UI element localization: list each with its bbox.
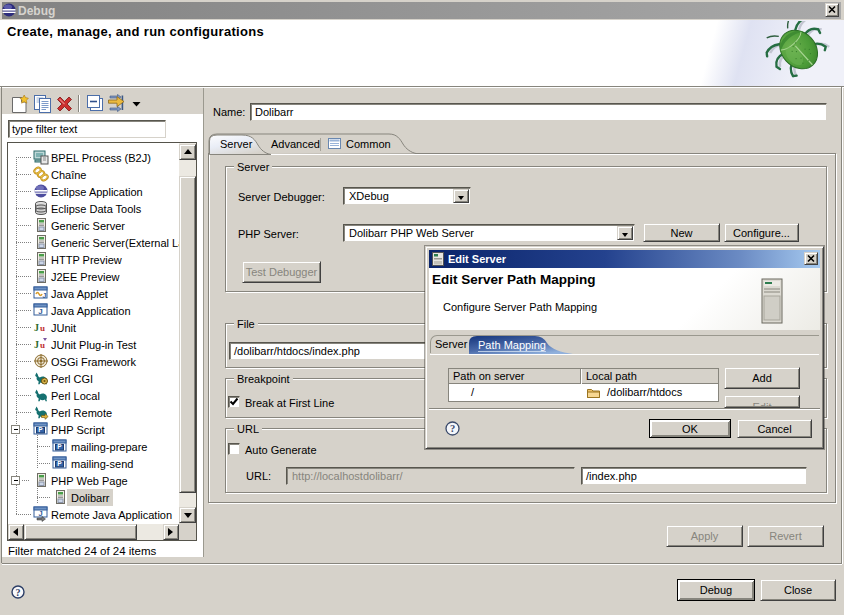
svg-text:P: P (57, 443, 62, 450)
svg-text:Advanced: Advanced (271, 138, 320, 150)
svg-text:J: J (43, 292, 47, 299)
svg-text:?: ? (450, 423, 455, 434)
svg-text:u: u (40, 340, 45, 350)
svg-text:?: ? (16, 587, 21, 598)
svg-text:Server: Server (220, 138, 253, 150)
svg-text:Path Mapping: Path Mapping (478, 339, 546, 351)
svg-text:u: u (40, 323, 45, 333)
svg-text:P: P (57, 460, 62, 467)
svg-text:J: J (34, 322, 39, 333)
svg-text:J: J (38, 307, 42, 316)
svg-text:J: J (34, 339, 39, 350)
svg-text:Common: Common (346, 138, 391, 150)
svg-text:P: P (38, 426, 43, 433)
